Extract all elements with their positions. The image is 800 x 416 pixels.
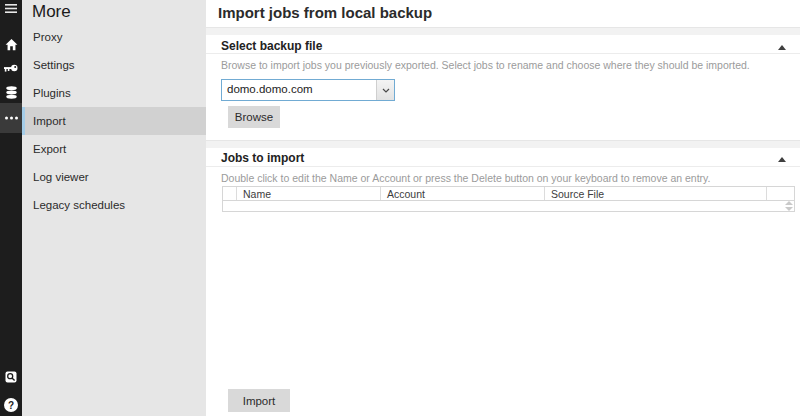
search-icon — [3, 369, 19, 385]
sidebar-item-log-viewer[interactable]: Log viewer — [22, 163, 206, 191]
section-description: Browse to import jobs you previously exp… — [221, 59, 750, 71]
table-scrollbar[interactable] — [784, 201, 793, 211]
sidebar-title: More — [32, 2, 71, 22]
search-button[interactable] — [0, 366, 22, 388]
sidebar-item-legacy-schedules[interactable]: Legacy schedules — [22, 191, 206, 219]
menu-button[interactable] — [0, 0, 22, 16]
section-title: Select backup file — [221, 39, 322, 53]
database-icon — [4, 85, 19, 100]
column-header-source-file[interactable]: Source File — [545, 187, 767, 200]
jobs-table: Name Account Source File — [222, 186, 795, 212]
app-window: ? More Proxy Settings Plugins Import Exp… — [0, 0, 800, 416]
collapse-up-icon[interactable] — [778, 157, 786, 162]
sidebar: More Proxy Settings Plugins Import Expor… — [22, 0, 206, 416]
help-button[interactable]: ? — [0, 394, 22, 416]
backup-file-combobox[interactable]: domo.domo.com — [221, 79, 395, 101]
import-button[interactable]: Import — [228, 389, 290, 412]
storage-nav-button[interactable] — [0, 80, 22, 104]
more-nav-button[interactable] — [0, 103, 22, 133]
icon-rail: ? — [0, 0, 22, 416]
home-nav-button[interactable] — [0, 32, 22, 56]
section-divider — [206, 27, 800, 35]
collapse-up-icon[interactable] — [778, 45, 786, 50]
chevron-down-icon — [382, 88, 390, 93]
browse-button[interactable]: Browse — [228, 106, 280, 128]
accounts-nav-button[interactable] — [0, 56, 22, 80]
section-header-jobs-to-import[interactable]: Jobs to import — [206, 149, 800, 167]
table-filler-column — [767, 187, 782, 200]
combobox-dropdown-button[interactable] — [376, 80, 394, 100]
sidebar-item-proxy[interactable]: Proxy — [22, 23, 206, 51]
jobs-table-header: Name Account Source File — [223, 187, 794, 201]
section-description: Double click to edit the Name or Account… — [221, 172, 711, 184]
table-row-selector-column[interactable] — [223, 187, 237, 200]
sidebar-item-settings[interactable]: Settings — [22, 51, 206, 79]
key-icon — [3, 60, 19, 76]
main-content: Import jobs from local backup Select bac… — [206, 0, 800, 416]
sidebar-menu: Proxy Settings Plugins Import Export Log… — [22, 23, 206, 219]
sidebar-item-export[interactable]: Export — [22, 135, 206, 163]
sidebar-item-import[interactable]: Import — [22, 107, 206, 135]
column-header-name[interactable]: Name — [237, 187, 381, 200]
more-icon — [4, 115, 19, 121]
help-icon: ? — [3, 397, 19, 413]
section-header-select-backup-file[interactable]: Select backup file — [206, 37, 800, 54]
svg-text:?: ? — [8, 400, 14, 411]
section-title: Jobs to import — [221, 151, 304, 165]
section-divider — [206, 140, 800, 148]
menu-icon — [4, 2, 18, 15]
page-title: Import jobs from local backup — [218, 4, 432, 21]
combobox-value: domo.domo.com — [227, 83, 313, 95]
sidebar-item-plugins[interactable]: Plugins — [22, 79, 206, 107]
scrollbar-arrows-icon — [785, 201, 793, 211]
home-icon — [4, 37, 19, 52]
jobs-table-empty-area — [223, 201, 794, 211]
column-header-account[interactable]: Account — [381, 187, 545, 200]
